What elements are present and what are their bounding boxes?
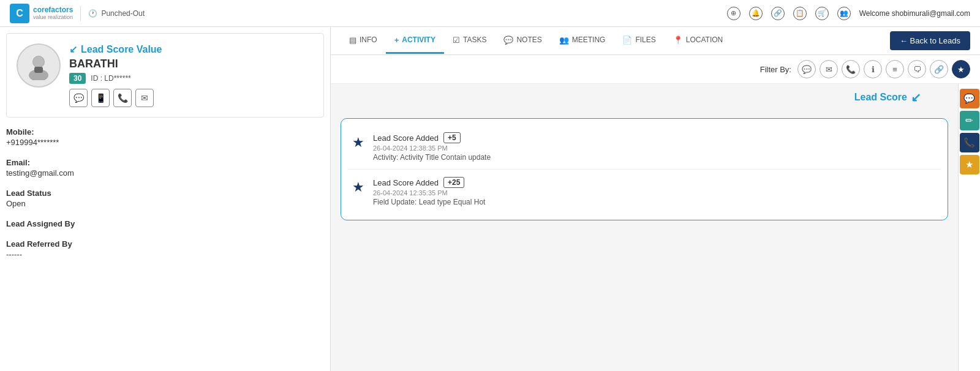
tab-info[interactable]: ▤ INFO [341,28,386,54]
lead-referred-label: Lead Referred By [6,239,324,249]
tab-info-label: INFO [360,36,377,44]
contact-card: ↙ Lead Score Value BARATHI 30 ID : LD***… [6,33,324,118]
tab-meeting-label: MEETING [572,36,606,44]
activity-icon: + [394,36,399,45]
logo-icon: C [10,4,29,23]
info-icon: ▤ [349,36,356,45]
lead-assigned-label: Lead Assigned By [6,219,324,228]
filter-list-icon[interactable]: ≡ [886,60,904,78]
back-to-leads-button[interactable]: ← Back to Leads [890,31,970,50]
nav-divider [80,6,81,21]
feed-arrow-icon: ↙ [911,90,921,105]
activity-time-2: 26-04-2024 12:35:35 PM [373,189,937,197]
activity-title-row-1: Lead Score Added +5 [373,132,937,143]
lead-score-feed-label: Lead Score [854,92,907,103]
add-icon[interactable]: ⊕ [727,7,741,20]
mobile-value: +919994******* [6,138,324,147]
logo-text-wrap: corefactors value realization [33,6,73,20]
activity-area: Lead Score ↙ ★ Lead Score Added +5 [331,84,980,371]
email-value: testing@gmail.com [6,168,324,178]
tab-notes[interactable]: 💬 NOTES [495,28,550,54]
tab-location-label: LOCATION [686,36,723,44]
contact-details: Mobile: +919994******* Email: testing@gm… [0,124,330,276]
welcome-text: Welcome shobimurali@gmail.com [859,9,970,18]
tab-location[interactable]: 📍 LOCATION [665,28,731,54]
activity-time-1: 26-04-2024 12:38:35 PM [373,144,937,152]
filter-link-icon[interactable]: 🔗 [930,60,948,78]
tab-activity-label: ACTIVITY [402,36,435,44]
activity-desc-2: Field Update: Lead type Equal Hot [373,198,937,206]
navbar-right: ⊕ 🔔 🔗 📋 🛒 👥 Welcome shobimurali@gmail.co… [727,7,970,20]
tab-tasks[interactable]: ☑ TASKS [444,28,495,54]
contact-sidebar: ↙ Lead Score Value BARATHI 30 ID : LD***… [0,27,331,371]
star-icon-2: ★ [352,179,364,195]
email-button[interactable]: ✉ [135,89,154,107]
tab-files-label: FILES [635,36,655,44]
avatar-image [24,51,53,80]
contact-id: ID : LD****** [91,74,130,83]
tab-meeting[interactable]: 👥 MEETING [551,28,614,54]
tab-activity[interactable]: + ACTIVITY [386,28,444,54]
lead-assigned-field: Lead Assigned By [6,219,324,228]
activity-desc-1: Activity: Activity Title Contain update [373,153,937,162]
activity-title-row-2: Lead Score Added +25 [373,177,937,188]
link-icon[interactable]: 🔗 [771,7,785,20]
files-icon: 📄 [622,36,632,45]
rs-edit-icon[interactable]: ✏ [960,111,979,130]
cart-icon[interactable]: 🛒 [815,7,829,20]
right-sidebar: 💬 ✏ 📞 ★ [958,84,980,371]
svg-point-2 [33,56,44,67]
filter-chat-icon[interactable]: 💬 [797,60,816,78]
activity-title-2: Lead Score Added [373,178,439,187]
logo-sub: value realization [33,14,73,20]
lead-status-field: Lead Status Open [6,189,324,208]
call-button[interactable]: 📞 [113,89,132,107]
activity-container-wrap: ★ Lead Score Added +5 26-04-2024 12:38:3… [341,118,948,220]
score-change-1: +5 [443,132,461,143]
whatsapp-button[interactable]: 📱 [91,89,110,107]
tab-files[interactable]: 📄 FILES [614,28,664,54]
filter-bar: Filter By: 💬 ✉ 📞 ℹ ≡ 🗨 🔗 ★ [331,55,980,84]
rs-phone-icon[interactable]: 📞 [960,133,979,152]
doc-icon[interactable]: 📋 [793,7,807,20]
activity-item-1: ★ Lead Score Added +5 26-04-2024 12:38:3… [347,125,941,170]
lead-status-value: Open [6,199,324,208]
location-icon: 📍 [673,36,683,45]
mobile-label: Mobile: [6,127,324,137]
filter-comment-icon[interactable]: 🗨 [908,60,926,78]
filter-info-icon[interactable]: ℹ [864,60,882,78]
mobile-field: Mobile: +919994******* [6,127,324,147]
tabs-bar: ▤ INFO + ACTIVITY ☑ TASKS 💬 NOTES 👥 MEET… [331,27,980,55]
contact-id-row: 30 ID : LD****** [69,73,314,84]
activity-content-2: Lead Score Added +25 26-04-2024 12:35:35… [373,177,937,206]
tab-notes-label: NOTES [516,36,541,44]
contact-name: BARATHI [69,58,314,70]
meeting-icon: 👥 [559,36,569,45]
activity-container: ★ Lead Score Added +5 26-04-2024 12:38:3… [341,118,948,220]
bell-icon[interactable]: 🔔 [749,7,763,20]
filter-star-icon[interactable]: ★ [952,60,970,78]
activity-content-1: Lead Score Added +5 26-04-2024 12:38:35 … [373,132,937,162]
rs-chat-icon[interactable]: 💬 [960,89,979,108]
email-field: Email: testing@gmail.com [6,158,324,178]
tasks-icon: ☑ [453,36,460,45]
lead-referred-field: Lead Referred By ------ [6,239,324,259]
contact-actions: 💬 📱 📞 ✉ [69,89,314,107]
sms-button[interactable]: 💬 [69,89,88,107]
users-icon[interactable]: 👥 [837,7,851,20]
activity-item-2: ★ Lead Score Added +25 26-04-2024 12:35:… [347,170,941,214]
logo[interactable]: C corefactors value realization [10,4,73,23]
score-change-2: +25 [443,177,464,188]
score-badge: 30 [69,73,86,84]
lead-score-feed-annotation: Lead Score ↙ [854,90,921,105]
activity-feed: Lead Score ↙ ★ Lead Score Added +5 [331,84,958,371]
activity-title-1: Lead Score Added [373,133,439,143]
lead-score-annotation: ↙ Lead Score Value [69,43,314,55]
rs-star-icon[interactable]: ★ [960,155,979,174]
lead-status-label: Lead Status [6,189,324,198]
punched-status: 🕐 Punched-Out [88,9,145,18]
filter-email-icon[interactable]: ✉ [820,60,838,78]
lead-referred-value: ------ [6,250,324,259]
right-content: ▤ INFO + ACTIVITY ☑ TASKS 💬 NOTES 👥 MEET… [331,27,980,371]
filter-phone-icon[interactable]: 📞 [842,60,860,78]
